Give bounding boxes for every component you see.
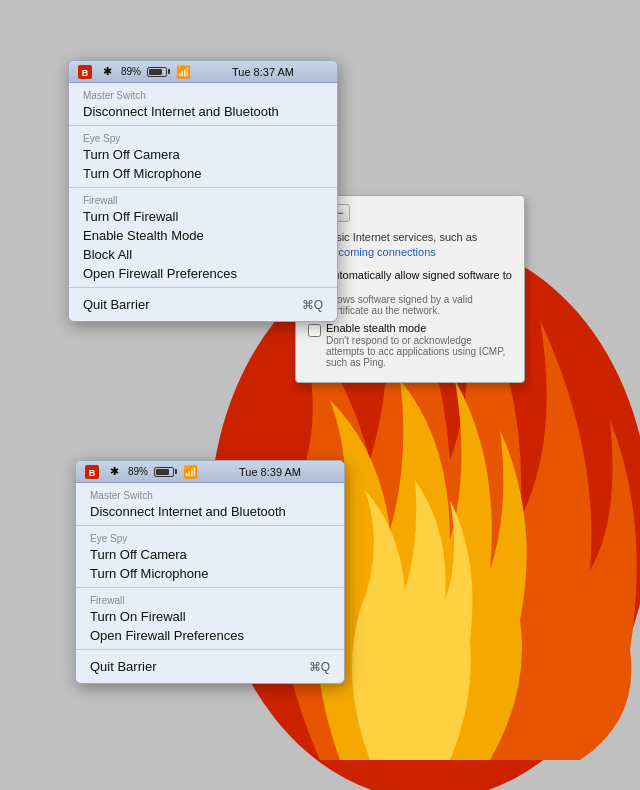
master-switch-section-1: Master Switch Disconnect Internet and Bl… <box>69 83 337 126</box>
quit-section-1: Quit Barrier ⌘Q <box>69 288 337 321</box>
master-switch-label-1: Master Switch <box>69 87 337 102</box>
svg-text:B: B <box>82 68 89 78</box>
eye-spy-label-2: Eye Spy <box>76 530 344 545</box>
quit-barrier-item-1[interactable]: Quit Barrier ⌘Q <box>69 292 337 317</box>
turn-off-microphone-item-2[interactable]: Turn Off Microphone <box>76 564 344 583</box>
eye-spy-label-1: Eye Spy <box>69 130 337 145</box>
battery-icon-2 <box>154 467 177 477</box>
quit-section-2: Quit Barrier ⌘Q <box>76 650 344 683</box>
disconnect-internet-item-1[interactable]: Disconnect Internet and Bluetooth <box>69 102 337 121</box>
signed-software-checkbox-row: Automatically allow signed software to r… <box>308 269 512 316</box>
enable-stealth-mode-item[interactable]: Enable Stealth Mode <box>69 226 337 245</box>
quit-shortcut-1: ⌘Q <box>302 298 323 312</box>
turn-on-firewall-item[interactable]: Turn On Firewall <box>76 607 344 626</box>
svg-text:B: B <box>89 468 96 478</box>
signed-software-label: Automatically allow signed software to r… <box>326 269 512 293</box>
master-switch-section-2: Master Switch Disconnect Internet and Bl… <box>76 483 344 526</box>
firewall-label-2: Firewall <box>76 592 344 607</box>
battery-percent-1: 89% <box>121 66 141 77</box>
stealth-mode-label: Enable stealth mode <box>326 322 512 334</box>
quit-shortcut-2: ⌘Q <box>309 660 330 674</box>
menu-panel-2: B ✱ 89% 📶 Tue 8:39 AM Master Switch Disc… <box>75 460 345 684</box>
firewall-popup-text1: for basic Internet services, such as llo… <box>308 230 512 261</box>
turn-off-camera-item-2[interactable]: Turn Off Camera <box>76 545 344 564</box>
turn-off-firewall-item[interactable]: Turn Off Firewall <box>69 207 337 226</box>
eye-spy-section-1: Eye Spy Turn Off Camera Turn Off Microph… <box>69 126 337 188</box>
menu-bar-time-1: Tue 8:37 AM <box>197 66 329 78</box>
turn-off-microphone-item-1[interactable]: Turn Off Microphone <box>69 164 337 183</box>
eye-spy-section-2: Eye Spy Turn Off Camera Turn Off Microph… <box>76 526 344 588</box>
turn-off-camera-item-1[interactable]: Turn Off Camera <box>69 145 337 164</box>
block-all-item[interactable]: Block All <box>69 245 337 264</box>
menu-panel-1: B ✱ 89% 📶 Tue 8:37 AM Master Switch Disc… <box>68 60 338 322</box>
disconnect-internet-item-2[interactable]: Disconnect Internet and Bluetooth <box>76 502 344 521</box>
battery-percent-2: 89% <box>128 466 148 477</box>
stealth-mode-sublabel: Don't respond to or acknowledge attempts… <box>326 335 512 368</box>
stealth-mode-checkbox[interactable] <box>308 324 321 337</box>
barrier-logo-icon-1: B <box>77 64 93 80</box>
menu-bar-2: B ✱ 89% 📶 Tue 8:39 AM <box>76 461 344 483</box>
wifi-icon-1: 📶 <box>176 65 191 79</box>
menu-bar-time-2: Tue 8:39 AM <box>204 466 336 478</box>
stealth-mode-checkbox-row: Enable stealth mode Don't respond to or … <box>308 322 512 368</box>
firewall-label-1: Firewall <box>69 192 337 207</box>
wifi-icon-2: 📶 <box>183 465 198 479</box>
open-firewall-prefs-item-1[interactable]: Open Firewall Preferences <box>69 264 337 283</box>
open-firewall-prefs-item-2[interactable]: Open Firewall Preferences <box>76 626 344 645</box>
barrier-logo-icon-2: B <box>84 464 100 480</box>
signed-software-sublabel: Allows software signed by a valid certif… <box>326 294 512 316</box>
quit-barrier-item-2[interactable]: Quit Barrier ⌘Q <box>76 654 344 679</box>
master-switch-label-2: Master Switch <box>76 487 344 502</box>
bluetooth-icon-1: ✱ <box>99 64 115 80</box>
firewall-section-1: Firewall Turn Off Firewall Enable Stealt… <box>69 188 337 288</box>
battery-icon-1 <box>147 67 170 77</box>
plus-minus-row: + − <box>308 204 512 222</box>
bluetooth-icon-2: ✱ <box>106 464 122 480</box>
menu-bar-1: B ✱ 89% 📶 Tue 8:37 AM <box>69 61 337 83</box>
firewall-section-2: Firewall Turn On Firewall Open Firewall … <box>76 588 344 650</box>
